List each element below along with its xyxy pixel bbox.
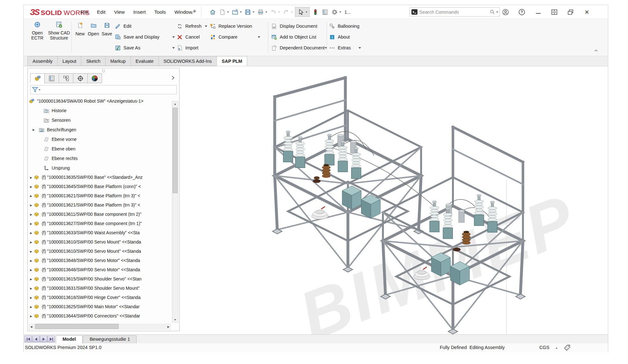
- graphics-viewport[interactable]: BIMMEP: [180, 66, 608, 334]
- tab-model[interactable]: Model: [56, 335, 83, 343]
- menu-view[interactable]: View: [114, 9, 125, 15]
- recent-commands-label[interactable]: 1...: [344, 10, 351, 15]
- tree-filter-bar[interactable]: [30, 85, 177, 94]
- ballooning-button[interactable]: Ballooning: [329, 21, 361, 32]
- tree-component-item[interactable]: ▶ (f) "10000013635/SWP/00 Base" <<Standa…: [29, 173, 171, 182]
- search-icon[interactable]: [490, 9, 495, 15]
- open-document-button[interactable]: [231, 8, 239, 16]
- expand-icon[interactable]: ▶: [29, 241, 33, 244]
- expand-icon[interactable]: ▶: [29, 278, 33, 281]
- traffic-light-status-icon[interactable]: [312, 8, 319, 16]
- dropdown-icon[interactable]: [358, 47, 361, 49]
- dropdown-icon[interactable]: [258, 36, 260, 38]
- tree-component-item[interactable]: ▶ (f) "10000013648/SWP/00 Servo Motor" <…: [29, 256, 171, 265]
- search-commands-box[interactable]: Search Commands: [410, 7, 500, 17]
- tree-vertical-scrollbar[interactable]: ▲ ▼: [172, 101, 178, 323]
- refresh-button[interactable]: Refresh: [177, 21, 207, 32]
- restore-window-button[interactable]: [567, 9, 574, 16]
- tree-component-item[interactable]: ▶ (f) "10000013627/SWP/00 Base component…: [29, 219, 171, 228]
- plm-open-button[interactable]: Open: [87, 22, 100, 36]
- help-icon[interactable]: ?: [518, 9, 525, 16]
- print-dropdown-icon[interactable]: [265, 11, 267, 13]
- previous-tab-icon[interactable]: [32, 336, 40, 342]
- tree-horizontal-scrollbar[interactable]: ◀ ▶: [29, 324, 171, 330]
- tree-component-item[interactable]: ▶ (f) "10000013610/SWP/00 Servo Mount" <…: [29, 237, 171, 247]
- dropdown-icon[interactable]: [172, 36, 175, 38]
- menu-edit[interactable]: Edit: [97, 9, 106, 15]
- expand-icon[interactable]: ▶: [29, 176, 33, 179]
- menu-window[interactable]: Window: [174, 9, 192, 15]
- tree-item-ebene-vorne[interactable]: Ebene vorne: [29, 135, 171, 144]
- tree-component-item[interactable]: ▶ (f) "10000013625/SWP/00 Main Motor" <<…: [29, 302, 171, 311]
- expand-icon[interactable]: ▶: [29, 194, 33, 198]
- redo-dropdown-icon[interactable]: [291, 11, 293, 13]
- menu-insert[interactable]: Insert: [133, 9, 146, 15]
- edit-button[interactable]: Edit: [115, 21, 175, 32]
- dependent-document-button[interactable]: Dependent Document: [271, 42, 325, 53]
- tab-dimxpert-manager[interactable]: [73, 73, 88, 83]
- dropdown-icon[interactable]: [205, 25, 207, 27]
- expand-icon[interactable]: ▶: [29, 259, 33, 262]
- tree-item-beschriftungen[interactable]: ▶ Beschriftungen: [29, 125, 171, 135]
- tree-item-ebene-oben[interactable]: Ebene oben: [29, 144, 171, 154]
- tree-component-item[interactable]: ▶ (f) "10000013648/SWP/00 Servo Motor" <…: [29, 265, 171, 274]
- pin-menu-icon[interactable]: [191, 9, 197, 15]
- units-dropdown-icon[interactable]: ▴: [556, 346, 557, 349]
- tab-feature-manager[interactable]: [30, 73, 45, 83]
- menu-file[interactable]: File: [80, 9, 88, 15]
- about-button[interactable]: About: [329, 32, 361, 42]
- search-input[interactable]: Search Commands: [419, 10, 490, 15]
- scrollbar-thumb[interactable]: [35, 324, 119, 329]
- replace-version-button[interactable]: Replace Version: [210, 21, 260, 32]
- menu-tools[interactable]: Tools: [154, 9, 166, 15]
- save-and-display-button[interactable]: Save and Display: [115, 32, 175, 42]
- home-button[interactable]: [209, 8, 217, 16]
- panel-collapse-handle[interactable]: [102, 69, 105, 72]
- save-as-button[interactable]: Save As: [115, 42, 175, 53]
- split-window-button[interactable]: [551, 9, 558, 16]
- tree-component-item[interactable]: ▶ (f) "10000013621/SWP/00 Base Platform …: [29, 191, 171, 200]
- select-dropdown-icon[interactable]: [306, 11, 307, 13]
- show-cad-structure-button[interactable]: Show CAD Structure: [48, 21, 70, 41]
- expand-icon[interactable]: ▶: [29, 185, 33, 188]
- tree-component-item[interactable]: ▶ (f) "10000013610/SWP/00 Servo Mount" <…: [29, 247, 171, 256]
- expand-icon[interactable]: ▶: [29, 250, 33, 253]
- annotation-tag-icon[interactable]: [563, 344, 571, 352]
- expand-icon[interactable]: ▶: [29, 296, 33, 299]
- tab-motion-study[interactable]: Bewegungsstudie 1: [83, 335, 137, 343]
- tab-sketch[interactable]: Sketch: [81, 56, 105, 66]
- filter-dropdown-icon[interactable]: [39, 89, 41, 91]
- plm-new-button[interactable]: New: [73, 22, 87, 36]
- select-tool-button[interactable]: [295, 7, 310, 17]
- first-tab-icon[interactable]: [25, 336, 32, 342]
- open-dropdown-icon[interactable]: [240, 11, 242, 13]
- new-dropdown-icon[interactable]: [227, 11, 229, 13]
- tab-property-manager[interactable]: [45, 73, 59, 83]
- expand-icon[interactable]: ▶: [29, 204, 33, 207]
- account-icon[interactable]: [502, 9, 509, 16]
- tab-display-manager[interactable]: [88, 73, 102, 83]
- next-tab-icon[interactable]: [40, 336, 47, 342]
- print-button[interactable]: [257, 8, 264, 16]
- tree-component-item[interactable]: ▶ (f) "10000013633/SWP/00 Waist Assembly…: [29, 228, 171, 237]
- save-dropdown-icon[interactable]: [253, 11, 255, 13]
- filter-icon[interactable]: [32, 86, 39, 93]
- expand-icon[interactable]: ▶: [29, 213, 33, 216]
- expand-icon[interactable]: ▶: [29, 128, 39, 131]
- panel-expand-chevron[interactable]: [171, 75, 175, 81]
- units-selector[interactable]: CGS: [539, 345, 549, 350]
- display-document-button[interactable]: Display Document: [271, 21, 325, 32]
- tree-item-ebene-rechts[interactable]: Ebene rechts: [29, 154, 171, 163]
- tab-assembly[interactable]: Assembly: [27, 56, 57, 66]
- tree-item-historie[interactable]: Historie: [29, 106, 171, 115]
- scroll-right-icon[interactable]: ▶: [166, 324, 171, 330]
- dropdown-icon[interactable]: [172, 47, 175, 49]
- tab-layout[interactable]: Layout: [57, 56, 81, 66]
- scroll-down-icon[interactable]: ▼: [172, 317, 178, 322]
- expand-icon[interactable]: ▶: [29, 222, 33, 225]
- tree-root-item[interactable]: "10000013634/SWA/00 Robot SW" <Anzeigest…: [29, 96, 171, 106]
- expand-icon[interactable]: ▶: [29, 287, 33, 290]
- tree-component-item[interactable]: ▶ (f) "10000013615/SWP/00 Shoulder Servo…: [29, 274, 171, 284]
- tab-sap-plm[interactable]: SAP PLM: [217, 56, 247, 66]
- undo-dropdown-icon[interactable]: [278, 11, 280, 13]
